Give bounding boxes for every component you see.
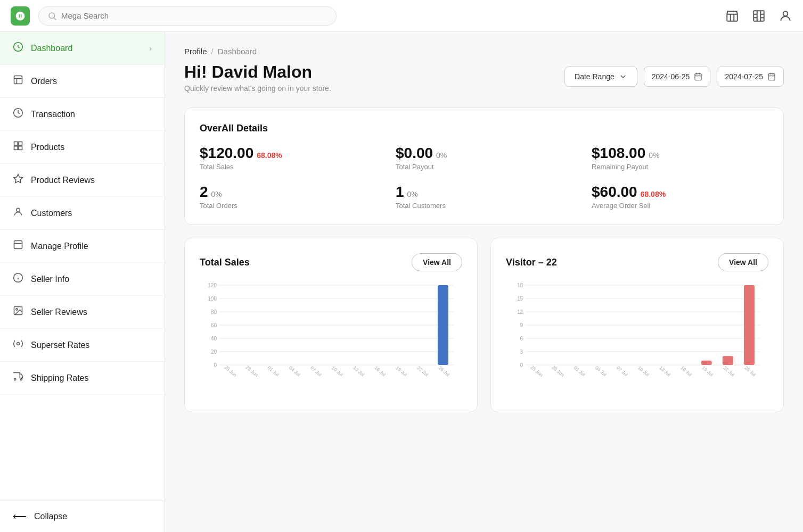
- svg-text:9: 9: [520, 322, 523, 328]
- sidebar-label-seller-info: Seller Info: [31, 275, 69, 284]
- building-icon: [752, 9, 766, 23]
- user-icon-button[interactable]: [779, 9, 792, 23]
- stat-label-0: Total Sales: [200, 163, 376, 171]
- svg-text:19 Jul: 19 Jul: [395, 365, 408, 377]
- stat-label-2: Remaining Payout: [592, 163, 768, 171]
- sidebar-label-superset-rates: Superset Rates: [31, 340, 89, 350]
- user-icon: [779, 9, 792, 23]
- sales-view-all-button[interactable]: View All: [412, 253, 462, 271]
- store-icon-button[interactable]: [725, 9, 739, 23]
- charts-row: Total Sales View All 02040608010012025 J…: [184, 238, 784, 425]
- sidebar-item-seller-info[interactable]: Seller Info: [0, 263, 165, 296]
- sidebar-item-customers[interactable]: Customers: [0, 197, 165, 230]
- manage-profile-icon: [13, 239, 23, 253]
- svg-text:25 Jun: 25 Jun: [529, 364, 544, 378]
- svg-text:100: 100: [208, 296, 217, 302]
- stats-grid: $120.00 68.08% Total Sales $0.00 0% Tota…: [200, 145, 768, 210]
- svg-text:3: 3: [520, 349, 523, 355]
- sidebar-label-orders: Orders: [31, 77, 57, 86]
- visitor-chart-area: 036912151825 Jun28 Jun01 Jul04 Jul07 Jul…: [506, 280, 768, 397]
- sidebar-label-transaction: Transaction: [31, 110, 75, 119]
- svg-text:16 Jul: 16 Jul: [679, 365, 693, 377]
- transaction-icon: [13, 107, 23, 121]
- svg-text:20: 20: [211, 349, 217, 355]
- svg-text:01 Jul: 01 Jul: [573, 365, 586, 377]
- svg-text:80: 80: [211, 309, 217, 315]
- visitor-card: Visitor – 22 View All 036912151825 Jun28…: [490, 238, 784, 412]
- svg-text:13 Jul: 13 Jul: [658, 365, 671, 377]
- breadcrumb-dashboard: Dashboard: [218, 47, 257, 56]
- svg-rect-2: [753, 11, 764, 21]
- stat-value-3: 2 0%: [200, 184, 376, 201]
- svg-rect-5: [14, 76, 22, 84]
- sidebar-item-products[interactable]: Products: [0, 131, 165, 164]
- sales-chart-title: Total Sales: [200, 257, 250, 268]
- svg-rect-15: [14, 241, 22, 249]
- svg-point-14: [17, 208, 20, 212]
- building-icon-button[interactable]: [752, 9, 766, 23]
- sidebar-item-superset-rates[interactable]: Superset Rates: [0, 329, 165, 362]
- svg-point-22: [17, 343, 20, 345]
- collapse-button[interactable]: ⟵ Collapse: [0, 501, 165, 532]
- superset-rates-icon: [13, 338, 23, 352]
- date-from-value: 2024-06-25: [652, 72, 690, 81]
- svg-text:13 Jul: 13 Jul: [352, 365, 365, 377]
- stat-pct-3: 0%: [211, 190, 222, 198]
- page-subtitle: Quickly review what's going on in your s…: [184, 84, 331, 93]
- collapse-icon: ⟵: [13, 511, 27, 522]
- sales-chart-area: 02040608010012025 Jun28 Jun01 Jul04 Jul0…: [200, 280, 462, 397]
- sidebar-item-manage-profile[interactable]: Manage Profile: [0, 230, 165, 263]
- svg-text:10 Jul: 10 Jul: [331, 365, 344, 377]
- customers-icon: [13, 206, 23, 220]
- date-to-value: 2024-07-25: [725, 72, 763, 81]
- sidebar-label-dashboard: Dashboard: [31, 44, 72, 53]
- sidebar-item-product-reviews[interactable]: Product Reviews: [0, 164, 165, 197]
- chevron-icon: ›: [149, 44, 152, 53]
- stat-value-5: $60.00 68.08%: [592, 184, 768, 201]
- calendar-icon-2: [767, 72, 776, 81]
- date-to-button[interactable]: 2024-07-25: [717, 66, 784, 87]
- sidebar-item-transaction[interactable]: Transaction: [0, 98, 165, 131]
- collapse-label: Collapse: [34, 512, 67, 521]
- stat-item-3: 2 0% Total Orders: [200, 184, 376, 210]
- svg-text:25 Jul: 25 Jul: [437, 365, 450, 377]
- breadcrumb-profile: Profile: [184, 47, 207, 56]
- visitor-view-all-button[interactable]: View All: [718, 253, 768, 271]
- overall-title: OverAll Details: [200, 123, 768, 134]
- svg-text:04 Jul: 04 Jul: [594, 365, 608, 377]
- stat-value-1: $0.00 0%: [396, 145, 572, 162]
- chevron-down-icon: [619, 72, 627, 81]
- svg-text:16 Jul: 16 Jul: [373, 365, 387, 377]
- svg-text:0: 0: [214, 362, 217, 368]
- sidebar-item-orders[interactable]: Orders: [0, 65, 165, 98]
- search-bar[interactable]: [38, 6, 337, 26]
- stat-label-3: Total Orders: [200, 202, 376, 210]
- products-icon: [13, 140, 23, 154]
- stat-value-2: $108.00 0%: [592, 145, 768, 162]
- svg-text:12: 12: [517, 309, 523, 315]
- svg-rect-12: [19, 146, 22, 150]
- svg-text:22 Jul: 22 Jul: [416, 365, 429, 377]
- svg-text:07 Jul: 07 Jul: [616, 365, 629, 377]
- sidebar-item-dashboard[interactable]: Dashboard ›: [0, 32, 165, 65]
- svg-text:10 Jul: 10 Jul: [637, 365, 650, 377]
- search-icon: [47, 11, 57, 21]
- svg-point-21: [16, 309, 18, 310]
- stat-value-0: $120.00 68.08%: [200, 145, 376, 162]
- stat-pct-1: 0%: [436, 151, 447, 160]
- svg-point-23: [14, 378, 16, 380]
- sidebar-item-shipping-rates[interactable]: Shipping Rates: [0, 362, 165, 395]
- svg-text:0: 0: [520, 362, 523, 368]
- svg-point-3: [783, 11, 788, 16]
- svg-text:6: 6: [520, 336, 523, 342]
- sidebar-label-customers: Customers: [31, 209, 72, 218]
- svg-rect-81: [701, 361, 712, 365]
- nav-icons: [725, 9, 792, 23]
- stat-label-1: Total Payout: [396, 163, 572, 171]
- search-input[interactable]: [61, 11, 327, 20]
- date-range-button[interactable]: Date Range: [564, 66, 637, 87]
- store-icon: [725, 9, 739, 23]
- sidebar-item-seller-reviews[interactable]: Seller Reviews: [0, 296, 165, 329]
- date-from-button[interactable]: 2024-06-25: [644, 66, 711, 87]
- svg-text:01 Jul: 01 Jul: [267, 365, 280, 377]
